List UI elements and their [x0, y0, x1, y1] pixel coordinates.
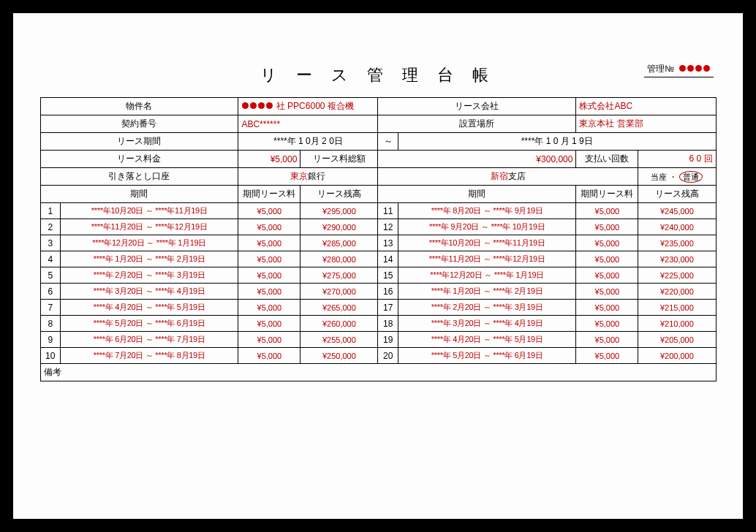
management-number: 管理№ — [644, 63, 714, 77]
row-balance: ¥220,000 — [638, 284, 716, 300]
row-balance: ¥225,000 — [638, 267, 716, 284]
row-seq: 16 — [378, 284, 398, 300]
row-fee: ¥5,000 — [576, 300, 638, 316]
row-fee: ¥5,000 — [576, 219, 638, 235]
row-period: ****年11月20日 ～ ****年12月19日 — [398, 251, 575, 267]
row-period: ****年 4月20日 ～ ****年 5月19日 — [398, 332, 575, 348]
management-number-label: 管理№ — [647, 63, 674, 75]
row-seq: 14 — [378, 251, 398, 267]
row-seq: 12 — [378, 219, 398, 235]
account-type-futsu: 普通 — [679, 171, 703, 183]
row-fee: ¥5,000 — [238, 203, 300, 219]
lease-company-value: 株式会社ABC — [579, 101, 632, 111]
row-fee: ¥5,000 — [576, 251, 638, 267]
row-period: ****年 1月20日 ～ ****年 2月19日 — [60, 251, 238, 267]
col-fee-right: 期間リース料 — [581, 189, 633, 199]
row-fee: ¥5,000 — [576, 332, 638, 348]
row-seq: 3 — [40, 235, 60, 251]
row-fee: ¥5,000 — [238, 267, 300, 284]
row-period: ****年10月20日 ～ ****年11月19日 — [398, 235, 575, 251]
row-period: ****年12月20日 ～ ****年 1月19日 — [398, 267, 575, 284]
row-balance: ¥240,000 — [638, 219, 716, 235]
lease-total-value: ¥300,000 — [536, 154, 572, 164]
contract-no-label: 契約番号 — [121, 118, 156, 129]
pay-count-label: 支払い回数 — [585, 153, 629, 164]
row-period: ****年 5月20日 ～ ****年 6月19日 — [60, 316, 238, 332]
row-period: ****年 5月20日 ～ ****年 6月19日 — [398, 348, 575, 364]
row-seq: 1 — [40, 203, 60, 219]
row-seq: 18 — [378, 316, 398, 332]
row-balance: ¥260,000 — [300, 316, 378, 332]
row-fee: ¥5,000 — [576, 284, 638, 300]
row-balance: ¥285,000 — [300, 235, 378, 251]
row-period: ****年11月20日 ～ ****年12月19日 — [60, 219, 238, 235]
row-period: ****年 4月20日 ～ ****年 5月19日 — [60, 300, 238, 316]
lease-end: ****年 1 0 月 1 9日 — [521, 136, 593, 146]
bank-name-black: 銀行 — [308, 171, 325, 181]
row-balance: ¥215,000 — [638, 300, 716, 316]
row-balance: ¥205,000 — [638, 332, 716, 348]
location-label: 設置場所 — [459, 118, 494, 129]
table-row: 1****年10月20日 ～ ****年11月19日¥5,000¥295,000… — [40, 203, 716, 219]
row-balance: ¥235,000 — [638, 235, 716, 251]
row-period: ****年 1月20日 ～ ****年 2月19日 — [398, 284, 575, 300]
row-fee: ¥5,000 — [576, 348, 638, 364]
management-number-dots — [678, 64, 711, 74]
row-fee: ¥5,000 — [576, 316, 638, 332]
lease-company-label: リース会社 — [455, 101, 499, 111]
table-row: 10****年 7月20日 ～ ****年 8月19日¥5,000¥250,00… — [40, 348, 716, 364]
col-balance-right: リース残高 — [655, 189, 699, 199]
lease-total-label: リース料総額 — [313, 153, 366, 164]
col-period-left: 期間 — [130, 189, 148, 199]
branch-name-black: 支店 — [508, 171, 526, 181]
location-value: 東京本社 営業部 — [579, 118, 643, 129]
row-fee: ¥5,000 — [238, 219, 300, 235]
row-balance: ¥250,000 — [300, 348, 378, 364]
row-fee: ¥5,000 — [238, 235, 300, 251]
lease-fee-value: ¥5,000 — [271, 154, 298, 164]
row-balance: ¥245,000 — [638, 203, 716, 219]
row-fee: ¥5,000 — [238, 332, 300, 348]
account-type-cell: 当座 ・ 普通 — [638, 168, 716, 186]
row-fee: ¥5,000 — [576, 235, 638, 251]
branch-name-red: 新宿 — [491, 171, 508, 181]
row-period: ****年 9月20日 ～ ****年 10月19日 — [398, 219, 575, 235]
row-period: ****年 2月20日 ～ ****年 3月19日 — [60, 267, 238, 284]
row-balance: ¥295,000 — [300, 203, 378, 219]
row-seq: 9 — [40, 332, 60, 348]
col-fee-left: 期間リース料 — [243, 189, 295, 199]
row-period: ****年 7月20日 ～ ****年 8月19日 — [60, 348, 238, 364]
table-row: 8****年 5月20日 ～ ****年 6月19日¥5,000¥260,000… — [40, 316, 716, 332]
account-type-touza: 当座 — [651, 172, 667, 181]
table-row: 5****年 2月20日 ～ ****年 3月19日¥5,000¥275,000… — [40, 267, 716, 284]
row-seq: 17 — [378, 300, 398, 316]
bank-name-red: 東京 — [290, 171, 308, 181]
row-seq: 6 — [40, 284, 60, 300]
row-seq: 13 — [378, 235, 398, 251]
table-row: 7****年 4月20日 ～ ****年 5月19日¥5,000¥265,000… — [40, 300, 716, 316]
row-seq: 8 — [40, 316, 60, 332]
row-balance: ¥230,000 — [638, 251, 716, 267]
row-seq: 5 — [40, 267, 60, 284]
row-period: ****年 3月20日 ～ ****年 4月19日 — [398, 316, 575, 332]
row-fee: ¥5,000 — [238, 300, 300, 316]
row-period: ****年 2月20日 ～ ****年 3月19日 — [398, 300, 575, 316]
row-period: ****年 3月20日 ～ ****年 4月19日 — [60, 284, 238, 300]
lease-tilde: ～ — [384, 136, 393, 146]
lease-start: ****年 1 0月 2 0日 — [273, 136, 343, 146]
row-balance: ¥265,000 — [300, 300, 378, 316]
row-period: ****年 8月20日 ～ ****年 9月19日 — [398, 203, 575, 219]
row-balance: ¥290,000 — [300, 219, 378, 235]
row-fee: ¥5,000 — [576, 267, 638, 284]
property-label: 物件名 — [126, 101, 152, 111]
table-row: 9****年 6月20日 ～ ****年 7月19日¥5,000¥255,000… — [40, 332, 716, 348]
pay-count-value: 6 0 回 — [689, 153, 712, 164]
table-row: 4****年 1月20日 ～ ****年 2月19日¥5,000¥280,000… — [40, 251, 716, 267]
row-fee: ¥5,000 — [238, 348, 300, 364]
table-row: 6****年 3月20日 ～ ****年 4月19日¥5,000¥270,000… — [40, 284, 716, 300]
row-seq: 7 — [40, 300, 60, 316]
row-fee: ¥5,000 — [238, 284, 300, 300]
property-value: 社 PPC6000 複合機 — [276, 101, 354, 111]
row-period: ****年 6月20日 ～ ****年 7月19日 — [60, 332, 238, 348]
lease-fee-label: リース料金 — [117, 153, 161, 164]
